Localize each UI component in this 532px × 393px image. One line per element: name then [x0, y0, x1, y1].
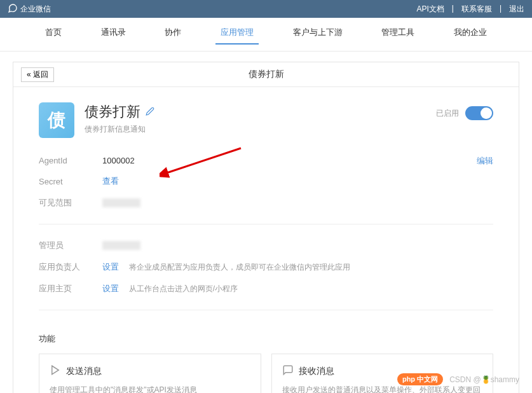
owner-settings-link[interactable]: 设置 [102, 262, 119, 272]
homepage-hint: 从工作台点击进入的网页/小程序 [129, 284, 238, 293]
owner-label: 应用负责人 [39, 261, 102, 273]
tab-tools[interactable]: 管理工具 [376, 24, 419, 45]
send-icon [50, 364, 61, 378]
app-panel: « 返回 债券打新 债 债券打新 债券打新信息通知 已启用 [13, 62, 519, 393]
app-icon: 债 [39, 102, 74, 138]
send-card: 发送消息 使用管理工具中的"消息群发"或API发送消息 发消息 历史消息 [39, 354, 261, 393]
secret-label: Secret [39, 177, 102, 186]
visible-value-redacted [102, 198, 140, 207]
api-docs-link[interactable]: API文档 [416, 4, 444, 15]
admin-label: 管理员 [39, 240, 102, 251]
contact-link[interactable]: 联系客服 [461, 4, 492, 15]
app-toggle-group: 已启用 [436, 106, 493, 120]
row-agentid: AgentId 1000002 编辑 [39, 151, 493, 170]
tab-contacts[interactable]: 通讯录 [96, 24, 131, 45]
tab-app-mgmt[interactable]: 应用管理 [215, 24, 259, 45]
divider [39, 310, 493, 310]
back-button[interactable]: « 返回 [21, 67, 54, 82]
row-homepage: 应用主页 设置 从工作台点击进入的网页/小程序 [39, 278, 493, 300]
row-owner: 应用负责人 设置 将企业成员配置为应用负责人，成员即可在企业微信内管理此应用 [39, 256, 493, 278]
functions-title: 功能 [13, 333, 519, 345]
tab-customer[interactable]: 客户与上下游 [288, 24, 348, 45]
app-desc: 债券打新信息通知 [85, 124, 493, 135]
owner-hint: 将企业成员配置为应用负责人，成员即可在企业微信内管理此应用 [129, 263, 350, 272]
divider: | [452, 4, 454, 15]
agentid-label: AgentId [39, 156, 102, 165]
divider [39, 224, 493, 224]
top-links: API文档 | 联系客服 | 退出 [416, 4, 524, 15]
top-bar: 企业微信 API文档 | 联系客服 | 退出 [0, 0, 532, 18]
visible-label: 可见范围 [39, 197, 102, 209]
toggle-label: 已启用 [436, 108, 459, 119]
nav-tabs: 首页 通讯录 协作 应用管理 客户与上下游 管理工具 我的企业 [0, 18, 532, 52]
tab-home[interactable]: 首页 [40, 24, 67, 45]
csdn-watermark: CSDN @🍍shammy [449, 375, 519, 384]
panel-header: « 返回 债券打新 [13, 62, 519, 87]
brand: 企业微信 [8, 3, 51, 15]
edit-details-link[interactable]: 编辑 [477, 155, 493, 167]
receive-icon [282, 364, 294, 378]
app-header: 债 债券打新 债券打新信息通知 已启用 [13, 87, 519, 151]
php-badge: php 中文网 [397, 373, 443, 385]
wecom-logo-icon [8, 3, 18, 15]
receive-desc: 接收用户发送的普通消息以及菜单操作、外部联系人变更回调等事件信息 [282, 384, 483, 393]
row-admin: 管理员 [39, 235, 493, 256]
edit-name-icon[interactable] [146, 107, 154, 118]
watermark: php 中文网 CSDN @🍍shammy [397, 373, 519, 385]
send-desc: 使用管理工具中的"消息群发"或API发送消息 [50, 384, 250, 393]
logout-link[interactable]: 退出 [509, 4, 524, 15]
row-visible: 可见范围 [39, 192, 493, 214]
brand-text: 企业微信 [20, 4, 51, 15]
homepage-label: 应用主页 [39, 283, 102, 294]
svg-marker-1 [52, 366, 59, 375]
app-name: 债券打新 [85, 102, 493, 121]
tab-company[interactable]: 我的企业 [449, 24, 492, 45]
enable-toggle[interactable] [465, 106, 493, 120]
receive-title: 接收消息 [299, 366, 334, 377]
tab-collab[interactable]: 协作 [160, 24, 186, 45]
homepage-settings-link[interactable]: 设置 [102, 284, 119, 293]
row-secret: Secret 查看 [39, 170, 493, 192]
send-title: 发送消息 [66, 366, 102, 377]
agentid-value: 1000002 [102, 156, 493, 165]
app-name-text: 债券打新 [85, 102, 140, 121]
secret-view-link[interactable]: 查看 [102, 176, 119, 187]
admin-value-redacted [102, 241, 140, 250]
divider: | [500, 4, 501, 15]
detail-section: AgentId 1000002 编辑 Secret 查看 可见范围 管理员 应用… [13, 151, 519, 333]
panel-title: 债券打新 [249, 69, 284, 79]
